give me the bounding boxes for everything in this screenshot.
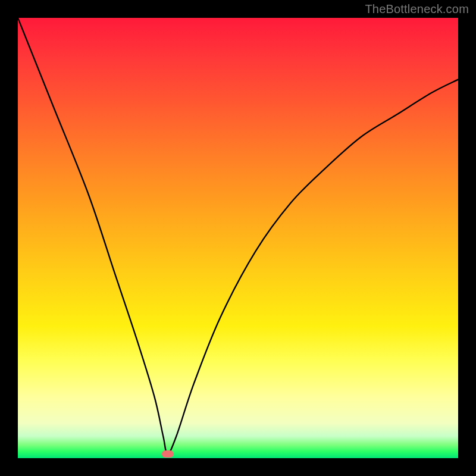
watermark-text: TheBottleneck.com [365, 2, 469, 16]
optimal-point-marker [162, 450, 174, 458]
bottleneck-curve [18, 18, 458, 458]
plot-area [18, 18, 458, 458]
chart-frame: TheBottleneck.com [0, 0, 476, 476]
